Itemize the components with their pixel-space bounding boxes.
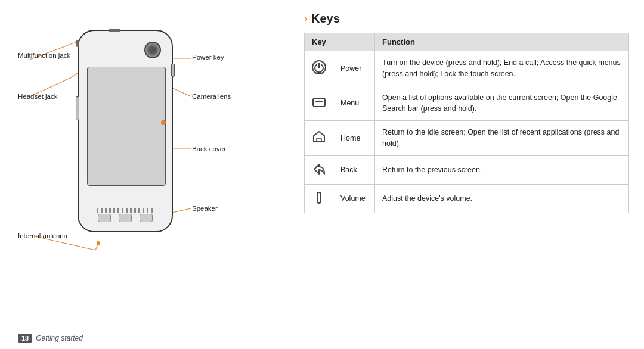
key-name-power: Power bbox=[333, 51, 375, 86]
nav-btn-3 bbox=[140, 214, 153, 222]
key-function-power: Turn on the device (press and hold); End… bbox=[375, 51, 629, 86]
key-name-home: Home bbox=[333, 121, 375, 156]
phone-illustration bbox=[66, 30, 185, 256]
label-internal-antenna: Internal antenna bbox=[18, 231, 67, 240]
home-icon bbox=[311, 129, 327, 145]
footer-label: Getting started bbox=[36, 334, 83, 342]
table-row: Volume Adjust the device's volume. bbox=[305, 184, 629, 213]
footer: 18 Getting started bbox=[18, 334, 83, 343]
label-headset-jack: Headset jack bbox=[18, 92, 57, 101]
label-back-cover: Back cover bbox=[192, 144, 226, 153]
nav-buttons bbox=[94, 214, 157, 222]
phone-screen bbox=[87, 67, 166, 186]
section-chevron: › bbox=[304, 13, 308, 25]
key-icon-cell-home bbox=[305, 121, 333, 156]
nav-btn-2 bbox=[119, 214, 132, 222]
phone-body bbox=[78, 30, 173, 232]
keys-table: Key Function Power Turn on the device (p… bbox=[304, 33, 629, 213]
volume-icon bbox=[311, 189, 327, 206]
speaker-area bbox=[97, 208, 154, 213]
key-name-menu: Menu bbox=[333, 86, 375, 121]
col-header-key: Key bbox=[305, 33, 375, 51]
col-header-function: Function bbox=[375, 33, 629, 51]
back-cover-dot bbox=[161, 120, 166, 125]
label-speaker: Speaker bbox=[192, 204, 218, 213]
key-function-home: Return to the idle screen; Open the list… bbox=[375, 121, 629, 156]
key-icon-cell-back bbox=[305, 155, 333, 184]
svg-rect-18 bbox=[313, 98, 325, 107]
key-icon-cell-menu bbox=[305, 86, 333, 121]
table-row: Home Return to the idle screen; Open the… bbox=[305, 121, 629, 156]
table-row: Back Return to the previous screen. bbox=[305, 155, 629, 184]
menu-icon bbox=[311, 94, 327, 111]
label-power-key: Power key bbox=[192, 52, 224, 61]
label-camera-lens: Camera lens bbox=[192, 92, 231, 101]
keys-section: › Keys Key Function Power bbox=[304, 12, 629, 213]
key-function-menu: Open a list of options available on the … bbox=[375, 86, 629, 121]
back-icon bbox=[311, 161, 327, 177]
section-header: › Keys bbox=[304, 12, 629, 26]
section-title-text: Keys bbox=[311, 12, 340, 26]
key-name-volume: Volume bbox=[333, 184, 375, 213]
phone-diagram: Multifunction jack Power key Headset jac… bbox=[18, 18, 292, 328]
key-function-back: Return to the previous screen. bbox=[375, 155, 629, 184]
key-icon-cell-volume bbox=[305, 184, 333, 213]
key-function-volume: Adjust the device's volume. bbox=[375, 184, 629, 213]
volume-key bbox=[76, 96, 79, 120]
camera-lens bbox=[144, 42, 161, 58]
page-number: 18 bbox=[18, 334, 32, 343]
headset-jack bbox=[76, 40, 79, 47]
power-key bbox=[171, 64, 175, 77]
multifunction-jack bbox=[109, 29, 120, 32]
svg-rect-19 bbox=[315, 101, 323, 102]
power-icon bbox=[311, 59, 327, 76]
key-name-back: Back bbox=[333, 155, 375, 184]
table-row: Power Turn on the device (press and hold… bbox=[305, 51, 629, 86]
svg-rect-21 bbox=[317, 192, 321, 203]
nav-btn-1 bbox=[98, 214, 111, 222]
label-multifunction-jack: Multifunction jack bbox=[18, 51, 70, 60]
key-icon-cell-power bbox=[305, 51, 333, 86]
table-row: Menu Open a list of options available on… bbox=[305, 86, 629, 121]
